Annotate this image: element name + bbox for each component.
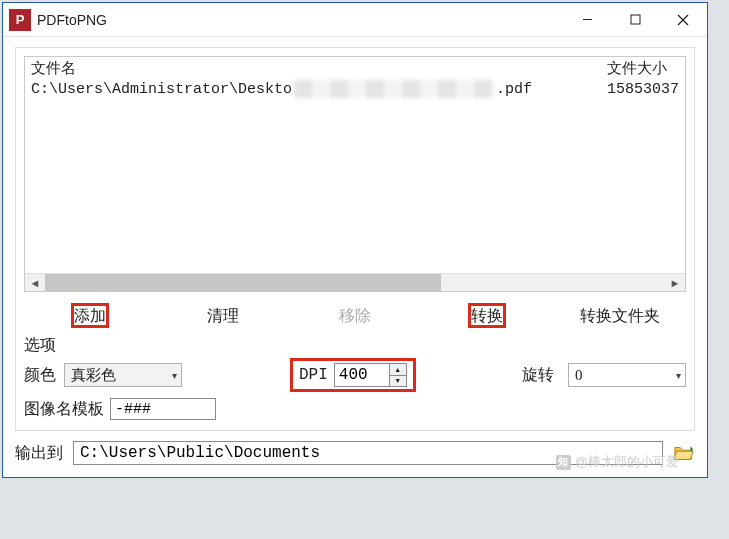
output-path-input[interactable] bbox=[73, 441, 663, 465]
file-path-suffix: .pdf bbox=[496, 81, 532, 98]
col-header-name[interactable]: 文件名 bbox=[31, 59, 607, 78]
file-row[interactable]: C:\Users\Administrator\Deskto .pdf 15853… bbox=[25, 80, 685, 98]
minimize-icon bbox=[582, 14, 593, 25]
browse-folder-icon[interactable] bbox=[673, 443, 695, 463]
file-list[interactable]: 文件名 文件大小 C:\Users\Administrator\Deskto .… bbox=[24, 56, 686, 292]
options-label: 选项 bbox=[24, 335, 686, 356]
file-path-prefix: C:\Users\Administrator\Deskto bbox=[31, 81, 292, 98]
action-button-row: 添加 清理 移除 转换 转换文件夹 bbox=[24, 302, 686, 331]
horizontal-scrollbar[interactable]: ◄ ► bbox=[25, 273, 685, 291]
output-label: 输出到 bbox=[15, 443, 63, 464]
file-list-header: 文件名 文件大小 bbox=[25, 57, 685, 80]
window-controls bbox=[563, 4, 707, 36]
convert-button[interactable]: 转换 bbox=[421, 302, 553, 331]
chevron-down-icon: ▾ bbox=[166, 370, 177, 381]
app-window: P PDFtoPNG 文件名 文件大小 C:\Users\Administrat… bbox=[2, 2, 708, 478]
dpi-group: DPI ▲ ▼ bbox=[290, 358, 416, 392]
output-row: 输出到 bbox=[15, 441, 695, 465]
scroll-thumb[interactable] bbox=[45, 273, 441, 291]
dpi-label: DPI bbox=[299, 366, 328, 384]
minimize-button[interactable] bbox=[563, 4, 611, 36]
file-size: 15853037 bbox=[607, 81, 679, 98]
dpi-spinner[interactable]: ▲ ▼ bbox=[334, 363, 407, 387]
color-value: 真彩色 bbox=[71, 366, 116, 385]
rotate-label: 旋转 bbox=[522, 365, 554, 386]
template-input[interactable] bbox=[110, 398, 216, 420]
add-button[interactable]: 添加 bbox=[24, 302, 156, 331]
dpi-step-down[interactable]: ▼ bbox=[390, 375, 406, 386]
dpi-step-up[interactable]: ▲ bbox=[390, 364, 406, 375]
close-icon bbox=[677, 14, 689, 26]
col-header-size[interactable]: 文件大小 bbox=[607, 59, 679, 78]
clear-button[interactable]: 清理 bbox=[156, 302, 288, 331]
template-label: 图像名模板 bbox=[24, 399, 104, 420]
scroll-track[interactable] bbox=[441, 273, 665, 291]
window-title: PDFtoPNG bbox=[37, 12, 107, 28]
color-select[interactable]: 真彩色 ▾ bbox=[64, 363, 182, 387]
dpi-input[interactable] bbox=[335, 364, 389, 386]
content-panel: 文件名 文件大小 C:\Users\Administrator\Deskto .… bbox=[15, 47, 695, 431]
app-icon: P bbox=[9, 9, 31, 31]
remove-button: 移除 bbox=[289, 302, 421, 331]
close-button[interactable] bbox=[659, 4, 707, 36]
maximize-icon bbox=[630, 14, 641, 25]
scroll-left-icon[interactable]: ◄ bbox=[25, 273, 45, 291]
scroll-right-icon[interactable]: ► bbox=[665, 273, 685, 291]
svg-rect-1 bbox=[631, 15, 640, 24]
file-path-redacted bbox=[294, 80, 494, 98]
rotate-value: 0 bbox=[575, 367, 583, 384]
convert-folder-button[interactable]: 转换文件夹 bbox=[554, 302, 686, 331]
color-label: 颜色 bbox=[24, 365, 56, 386]
chevron-down-icon: ▾ bbox=[670, 370, 681, 381]
title-bar: P PDFtoPNG bbox=[3, 3, 707, 37]
options-section: 选项 颜色 真彩色 ▾ DPI ▲ ▼ bbox=[24, 335, 686, 420]
rotate-select[interactable]: 0 ▾ bbox=[568, 363, 686, 387]
maximize-button[interactable] bbox=[611, 4, 659, 36]
